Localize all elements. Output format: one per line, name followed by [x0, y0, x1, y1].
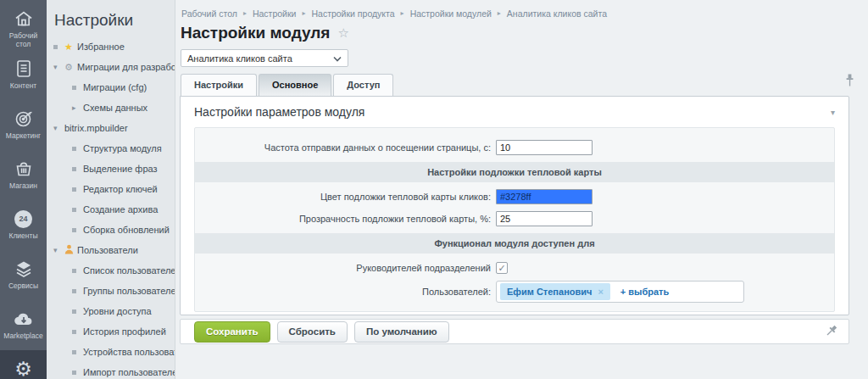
- sidebar-item-label: Миграции (cfg): [83, 82, 147, 92]
- tab-main[interactable]: Основное: [259, 74, 331, 96]
- tab-settings[interactable]: Настройки: [181, 74, 257, 96]
- sidebar-item-key-editor[interactable]: Редактор ключей: [47, 179, 175, 199]
- breadcrumb-item[interactable]: Настройки продукта: [311, 8, 394, 19]
- bullet-icon: [72, 309, 83, 314]
- sidebar-item-label: Уровни доступа: [83, 306, 152, 316]
- breadcrumb-separator-icon: ▸: [243, 9, 247, 17]
- sidebar-item-label: Структура модуля: [83, 143, 162, 153]
- rail-item-services[interactable]: Сервисы: [0, 250, 47, 300]
- gear-icon: ⚙: [64, 63, 77, 72]
- page-title: Настройки модуля: [181, 24, 330, 42]
- sidebar-item-data-schemes[interactable]: ▸ Схемы данных: [47, 98, 175, 118]
- settings-sidebar: Настройки ★ Избранное ▾ ⚙ Миграции для р…: [47, 0, 175, 379]
- rail-item-clients[interactable]: 24 Клиенты: [0, 200, 47, 250]
- add-user-button[interactable]: + выбрать: [620, 287, 669, 297]
- heatmap-section-header: Настройки подложки тепловой карты: [195, 162, 834, 182]
- bullet-icon: [72, 228, 83, 232]
- sidebar-item-phrase-highlight[interactable]: Выделение фраз: [47, 159, 175, 179]
- rail-item-settings[interactable]: ⚙ Настройки: [0, 350, 47, 379]
- sidebar-item-mpbuilder[interactable]: ▾ bitrix.mpbuilder: [47, 118, 175, 138]
- bullet-icon: [72, 147, 83, 151]
- gear-icon: ⚙: [14, 358, 32, 379]
- home-icon: [14, 8, 34, 30]
- chevron-down-icon: ▾: [53, 64, 64, 71]
- access-section-header: Функционал модуля доступен для: [195, 233, 834, 254]
- favorite-star-icon[interactable]: ☆: [337, 25, 348, 41]
- sidebar-item-user-groups[interactable]: Группы пользователей: [47, 281, 175, 301]
- bullet-icon: [72, 269, 83, 273]
- heatmap-color-row: Цвет подложки тепловой карты кликов:: [195, 186, 834, 208]
- rail-item-content[interactable]: Контент: [0, 50, 47, 100]
- sidebar-item-favorites[interactable]: ★ Избранное: [47, 36, 175, 57]
- save-button[interactable]: Сохранить: [194, 321, 270, 343]
- module-select[interactable]: Аналитика кликов сайта: [181, 49, 348, 67]
- reset-button[interactable]: Сбросить: [277, 321, 348, 343]
- heatmap-color-input[interactable]: [496, 189, 593, 204]
- frequency-label: Частота отправки данных о посещении стра…: [195, 142, 496, 153]
- sidebar-item-build-updates[interactable]: Сборка обновлений: [47, 220, 175, 240]
- bitrix-admin-app: Рабочий стол Контент Маркетинг Магазин 2…: [0, 0, 868, 379]
- sidebar-item-users[interactable]: ▾ Пользователи: [47, 240, 175, 260]
- rail-item-label: Клиенты: [8, 231, 37, 240]
- bullet-icon: [72, 167, 83, 171]
- sidebar-item-migrations-cfg[interactable]: Миграции (cfg): [47, 77, 175, 98]
- heatmap-opacity-input[interactable]: [496, 211, 593, 226]
- sidebar-item-label: bitrix.mpbuilder: [64, 123, 128, 133]
- chevron-down-icon: [333, 53, 342, 64]
- star-icon: ★: [64, 42, 77, 52]
- bullet-icon: [72, 350, 83, 354]
- bullet-icon: [72, 371, 83, 375]
- sidebar-item-module-structure[interactable]: Структура модуля: [47, 138, 175, 159]
- breadcrumb-item[interactable]: Настройки модулей: [410, 8, 492, 19]
- heads-row: Руководителей подразделений ✓: [195, 257, 834, 279]
- heads-checkbox[interactable]: ✓: [496, 262, 508, 274]
- user-chip: Ефим Степанович ×: [500, 283, 610, 300]
- rail-item-marketing[interactable]: Маркетинг: [0, 100, 47, 150]
- sidebar-item-label: Миграции для разработчик: [77, 62, 175, 72]
- bullet-icon: [72, 86, 83, 90]
- sidebar-item-profile-history[interactable]: История профилей: [47, 321, 175, 342]
- sidebar-item-user-import[interactable]: Импорт пользователей: [47, 362, 175, 379]
- rail-item-label: Marketplace: [3, 332, 42, 340]
- rail-item-desktop[interactable]: Рабочий стол: [0, 0, 47, 50]
- rail-item-marketplace[interactable]: Marketplace: [0, 300, 47, 350]
- tab-access[interactable]: Доступ: [333, 74, 393, 96]
- action-buttons-bar: Сохранить Сбросить По умолчанию: [180, 319, 849, 344]
- remove-user-icon[interactable]: ×: [598, 287, 603, 297]
- sidebar-item-label: Избранное: [77, 42, 125, 52]
- defaults-button[interactable]: По умолчанию: [354, 321, 449, 343]
- sidebar-item-label: Импорт пользователей: [83, 367, 175, 377]
- pin-icon[interactable]: [821, 322, 839, 340]
- sidebar-item-access-levels[interactable]: Уровни доступа: [47, 301, 175, 321]
- users-label: Пользователей:: [195, 287, 496, 297]
- breadcrumb-item[interactable]: Аналитика кликов сайта: [507, 8, 607, 19]
- frequency-input[interactable]: [496, 140, 593, 155]
- user-chip-name: Ефим Степанович: [507, 287, 592, 297]
- bullet-icon: [72, 208, 83, 212]
- main-nav-rail: Рабочий стол Контент Маркетинг Магазин 2…: [0, 0, 47, 379]
- sidebar-item-label: Выделение фраз: [83, 164, 158, 174]
- breadcrumb-item[interactable]: Рабочий стол: [181, 8, 237, 19]
- breadcrumb-separator-icon: ▸: [401, 9, 404, 17]
- sidebar-item-label: Сборка обновлений: [83, 225, 170, 235]
- sidebar-item-user-devices[interactable]: Устройства пользователей: [47, 342, 175, 362]
- rail-item-shop[interactable]: Магазин: [0, 150, 47, 200]
- sidebar-item-label: История профилей: [83, 326, 166, 337]
- sidebar-item-user-list[interactable]: Список пользователей: [47, 260, 175, 281]
- collapse-arrow-icon[interactable]: ▾: [831, 108, 835, 117]
- rail-item-label: Рабочий стол: [9, 31, 37, 48]
- sidebar-item-label: Группы пользователей: [83, 286, 175, 296]
- sidebar-item-create-archive[interactable]: Создание архива: [47, 199, 175, 220]
- sidebar-item-migrations[interactable]: ▾ ⚙ Миграции для разработчик: [47, 57, 175, 77]
- frequency-row: Частота отправки данных о посещении стра…: [195, 137, 834, 159]
- breadcrumb-item[interactable]: Настройки: [253, 8, 297, 19]
- users-row: Пользователей: Ефим Степанович × + выбра…: [195, 279, 834, 304]
- sidebar-title: Настройки: [47, 0, 175, 36]
- users-tag-box[interactable]: Ефим Степанович × + выбрать: [496, 281, 744, 303]
- module-settings-panel: Настройки параметров модуля ▾ Частота от…: [180, 96, 849, 315]
- checkmark-icon: ✓: [498, 264, 505, 273]
- sidebar-item-label: Редактор ключей: [83, 184, 158, 194]
- pin-icon[interactable]: [845, 74, 854, 90]
- module-select-value: Аналитика кликов сайта: [187, 53, 292, 64]
- sidebar-item-label: Схемы данных: [83, 103, 147, 113]
